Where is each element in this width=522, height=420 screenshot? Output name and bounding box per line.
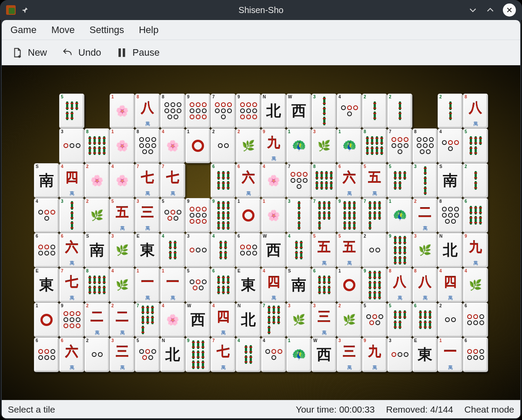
mahjong-tile[interactable]: 2 [362, 94, 387, 128]
mahjong-tile[interactable]: 7七萬 [135, 163, 160, 198]
mahjong-tile[interactable]: 3 [311, 94, 337, 128]
mahjong-tile[interactable]: 5 [59, 94, 84, 128]
mahjong-tile[interactable]: 3 [412, 163, 438, 198]
mahjong-tile[interactable]: S南 [438, 163, 463, 198]
mahjong-tile[interactable]: 7 [211, 94, 236, 128]
mahjong-tile[interactable]: 6 [211, 163, 236, 198]
mahjong-tile[interactable]: 1 [337, 268, 362, 302]
mahjong-tile[interactable]: 7 [261, 302, 286, 337]
mahjong-tile[interactable]: 5 [135, 337, 160, 372]
mahjong-tile[interactable]: S南 [34, 163, 59, 198]
menu-game[interactable]: Game [10, 24, 37, 36]
mahjong-tile[interactable]: 8 [160, 94, 185, 128]
mahjong-tile[interactable]: 4🌸 [261, 163, 286, 198]
mahjong-tile[interactable]: 2 [387, 94, 412, 128]
mahjong-tile[interactable]: 1🦚 [286, 337, 311, 372]
mahjong-tile[interactable]: 4🌸 [160, 128, 185, 163]
mahjong-tile[interactable]: 8 [311, 163, 337, 198]
new-button[interactable]: New [11, 47, 47, 58]
mahjong-tile[interactable]: 2 [463, 163, 488, 198]
mahjong-tile[interactable]: 2二萬 [412, 198, 438, 233]
mahjong-tile[interactable]: 2🌸 [84, 163, 110, 198]
mahjong-tile[interactable]: 4 [160, 233, 185, 268]
mahjong-tile[interactable]: 3🌿 [412, 233, 438, 268]
mahjong-tile[interactable]: 1🦚 [387, 198, 412, 233]
mahjong-tile[interactable]: 4🌿 [110, 268, 135, 302]
mahjong-tile[interactable]: 3 [185, 233, 211, 268]
mahjong-tile[interactable]: 4 [438, 128, 463, 163]
mahjong-tile[interactable]: 9九萬 [463, 233, 488, 268]
mahjong-tile[interactable]: 9 [236, 94, 261, 128]
mahjong-tile[interactable]: 5五萬 [110, 198, 135, 233]
mahjong-tile[interactable]: 2🌿 [84, 198, 110, 233]
mahjong-tile[interactable]: N北 [261, 94, 286, 128]
mahjong-tile[interactable]: 9 [185, 198, 211, 233]
mahjong-tile[interactable]: 4 [337, 94, 362, 128]
undo-button[interactable]: Undo [62, 47, 101, 58]
mahjong-tile[interactable]: 4🌸 [110, 163, 135, 198]
maximize-button[interactable] [485, 5, 495, 15]
mahjong-tile[interactable]: 5 [387, 163, 412, 198]
mahjong-tile[interactable]: 9 [337, 198, 362, 233]
mahjong-tile[interactable]: W西 [311, 337, 337, 372]
mahjong-tile[interactable]: 4 [211, 233, 236, 268]
mahjong-tile[interactable]: E東 [135, 233, 160, 268]
mahjong-tile[interactable]: 2🌿 [236, 128, 261, 163]
mahjong-tile[interactable]: 6六萬 [236, 163, 261, 198]
mahjong-tile[interactable]: 5 [463, 128, 488, 163]
mahjong-tile[interactable]: S南 [84, 233, 110, 268]
mahjong-tile[interactable]: 3三萬 [337, 337, 362, 372]
mahjong-tile[interactable]: 8 [362, 128, 387, 163]
mahjong-tile[interactable]: 1 [236, 198, 261, 233]
close-button[interactable] [503, 3, 516, 17]
mahjong-tile[interactable]: 8 [412, 128, 438, 163]
mahjong-tile[interactable]: 7 [135, 302, 160, 337]
mahjong-tile[interactable]: 2 [362, 233, 387, 268]
mahjong-tile[interactable]: 5 [185, 268, 211, 302]
mahjong-tile[interactable]: 4🌿 [463, 268, 488, 302]
mahjong-tile[interactable]: 7 [362, 198, 387, 233]
mahjong-tile[interactable]: 1🌸 [110, 128, 135, 163]
mahjong-tile[interactable]: 6 [34, 337, 59, 372]
mahjong-tile[interactable]: 6 [412, 302, 438, 337]
mahjong-tile[interactable]: 3三萬 [311, 302, 337, 337]
mahjong-tile[interactable]: 9 [362, 268, 387, 302]
mahjong-tile[interactable]: 6 [463, 198, 488, 233]
mahjong-tile[interactable]: 6 [211, 268, 236, 302]
mahjong-tile[interactable]: E東 [412, 337, 438, 372]
mahjong-tile[interactable]: 3 [59, 198, 84, 233]
mahjong-tile[interactable]: 5 [160, 198, 185, 233]
mahjong-tile[interactable]: 5五萬 [362, 163, 387, 198]
mahjong-tile[interactable]: 9九萬 [362, 337, 387, 372]
mahjong-tile[interactable]: 8 [84, 268, 110, 302]
mahjong-tile[interactable]: 7 [311, 198, 337, 233]
mahjong-tile[interactable]: 8 [135, 128, 160, 163]
mahjong-tile[interactable]: 6 [236, 233, 261, 268]
mahjong-tile[interactable]: 8八萬 [387, 268, 412, 302]
mahjong-tile[interactable]: 4四萬 [438, 268, 463, 302]
mahjong-tile[interactable]: 4🌸 [160, 302, 185, 337]
mahjong-tile[interactable]: 5 [362, 302, 387, 337]
mahjong-tile[interactable]: 8 [84, 128, 110, 163]
mahjong-tile[interactable]: 1一萬 [438, 337, 463, 372]
mahjong-tile[interactable]: 2 [438, 94, 463, 128]
mahjong-tile[interactable]: 9九萬 [261, 128, 286, 163]
mahjong-tile[interactable]: 2二萬 [110, 302, 135, 337]
mahjong-tile[interactable]: 7 [387, 128, 412, 163]
mahjong-tile[interactable]: 1🦚 [337, 128, 362, 163]
mahjong-tile[interactable]: 3 [286, 198, 311, 233]
mahjong-tile[interactable]: 8八萬 [412, 268, 438, 302]
mahjong-tile[interactable]: 3 [59, 128, 84, 163]
mahjong-tile[interactable]: W西 [185, 302, 211, 337]
mahjong-tile[interactable]: 4四萬 [211, 302, 236, 337]
mahjong-tile[interactable]: 6六萬 [337, 163, 362, 198]
mahjong-tile[interactable]: 1🌸 [110, 94, 135, 128]
mahjong-tile[interactable]: 4 [236, 337, 261, 372]
mahjong-tile[interactable]: 9 [185, 94, 211, 128]
mahjong-tile[interactable]: 4 [286, 233, 311, 268]
mahjong-tile[interactable]: 4 [261, 337, 286, 372]
mahjong-tile[interactable]: 6 [34, 233, 59, 268]
mahjong-tile[interactable]: 4四萬 [261, 268, 286, 302]
mahjong-tile[interactable]: 4 [34, 198, 59, 233]
menu-move[interactable]: Move [51, 24, 75, 36]
